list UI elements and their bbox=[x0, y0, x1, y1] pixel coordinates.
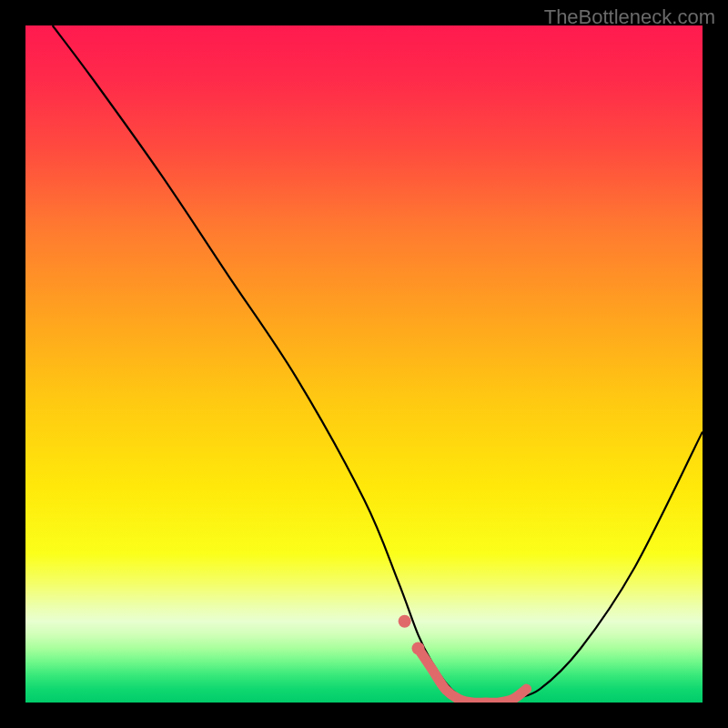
svg-point-0 bbox=[399, 615, 411, 628]
chart-svg bbox=[25, 25, 703, 703]
watermark-text: TheBottleneck.com bbox=[544, 5, 715, 29]
chart-plot-area bbox=[25, 25, 703, 703]
svg-point-1 bbox=[412, 642, 425, 654]
bottleneck-curve-line bbox=[53, 25, 703, 703]
valley-highlight bbox=[399, 615, 527, 703]
